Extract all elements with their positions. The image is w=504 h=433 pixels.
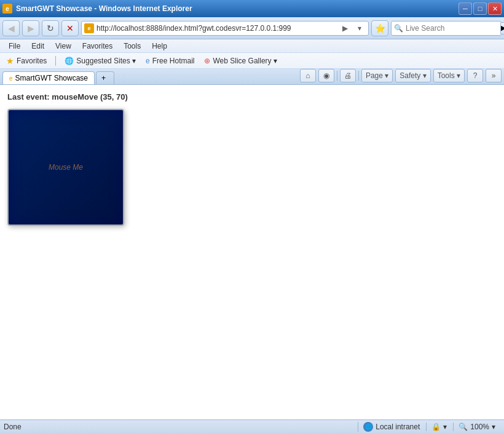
rss-button[interactable]: ◉: [318, 69, 334, 82]
globe-icon: 🌐: [65, 57, 74, 65]
go-button[interactable]: ▶: [339, 22, 351, 34]
back-button[interactable]: ◀: [2, 20, 20, 36]
address-input[interactable]: [96, 24, 336, 33]
title-bar: e SmartGWT Showcase - Windows Internet E…: [0, 0, 504, 17]
tab-bar: e SmartGWT Showcase + ⌂ ◉ 🖨 Page ▾ Safet…: [0, 69, 504, 85]
safety-button[interactable]: Safety ▾: [395, 69, 430, 82]
page-icon: e: [84, 23, 94, 33]
menu-bar: File Edit View Favorites Tools Help: [0, 39, 504, 53]
forward-button[interactable]: ▶: [22, 20, 39, 36]
suggested-sites-label: Suggested Sites ▾: [76, 57, 136, 65]
last-event-label: Last event:: [7, 92, 50, 101]
last-event-value: mouseMove (35, 70): [52, 92, 128, 101]
web-slice-gallery[interactable]: ⊕ Web Slice Gallery ▾: [202, 55, 279, 66]
close-button[interactable]: ✕: [488, 2, 502, 15]
home-button[interactable]: ⌂: [300, 69, 316, 82]
address-bar: e ▶ ▾: [81, 21, 369, 36]
main-content: Last event: mouseMove (35, 70) Mouse Me: [0, 85, 504, 419]
web-slice-icon: ⊕: [204, 57, 210, 65]
favorites-button[interactable]: ★ Favorites: [4, 55, 49, 67]
favorites-bar: ★ Favorites 🌐 Suggested Sites ▾ e Free H…: [0, 53, 504, 69]
star-icon: ★: [6, 56, 14, 66]
help-button[interactable]: ?: [467, 69, 483, 82]
more-button[interactable]: »: [486, 69, 502, 82]
menu-view[interactable]: View: [50, 41, 76, 52]
new-tab-button[interactable]: +: [96, 71, 114, 84]
search-input[interactable]: [406, 24, 498, 33]
last-event: Last event: mouseMove (35, 70): [7, 92, 497, 101]
mouse-canvas-label: Mouse Me: [49, 163, 83, 172]
tab-smartgwt[interactable]: e SmartGWT Showcase: [2, 71, 95, 84]
search-go-button[interactable]: ▶: [500, 22, 504, 34]
page-button[interactable]: Page ▾: [361, 69, 393, 82]
menu-edit[interactable]: Edit: [26, 41, 49, 52]
address-dropdown[interactable]: ▾: [353, 22, 366, 34]
nav-bar: ◀ ▶ ↻ ✕ e ▶ ▾ ⭐ 🔍 ▶: [0, 17, 504, 39]
window-title: SmartGWT Showcase - Windows Internet Exp…: [16, 4, 192, 13]
suggested-sites[interactable]: 🌐 Suggested Sites ▾: [62, 55, 138, 66]
minimize-button[interactable]: ─: [459, 2, 472, 15]
favorites-label: Favorites: [17, 57, 47, 65]
stop-button[interactable]: ✕: [61, 20, 79, 36]
mouse-canvas[interactable]: Mouse Me: [7, 109, 124, 226]
print-button[interactable]: 🖨: [340, 69, 356, 82]
menu-help[interactable]: Help: [147, 41, 172, 52]
search-bar: 🔍 ▶: [391, 21, 502, 36]
menu-favorites[interactable]: Favorites: [77, 41, 117, 52]
menu-file[interactable]: File: [4, 41, 25, 52]
ie-icon: e: [2, 4, 12, 14]
web-slice-label: Web Slice Gallery ▾: [213, 57, 277, 65]
hotmail-icon: e: [146, 57, 150, 65]
tools-button[interactable]: Tools ▾: [433, 69, 465, 82]
maximize-button[interactable]: □: [473, 2, 487, 15]
toolbar-right: ⌂ ◉ 🖨 Page ▾ Safety ▾ Tools ▾ ? »: [300, 69, 502, 84]
refresh-button[interactable]: ↻: [42, 20, 59, 36]
add-to-favorites-button[interactable]: ⭐: [371, 20, 388, 36]
tab-label: SmartGWT Showcase: [15, 74, 88, 82]
free-hotmail-label: Free Hotmail: [152, 57, 195, 65]
free-hotmail[interactable]: e Free Hotmail: [143, 55, 197, 66]
menu-tools[interactable]: Tools: [119, 41, 146, 52]
tab-icon: e: [9, 75, 13, 82]
new-tab-icon: +: [101, 74, 106, 82]
search-icon: 🔍: [394, 24, 403, 33]
